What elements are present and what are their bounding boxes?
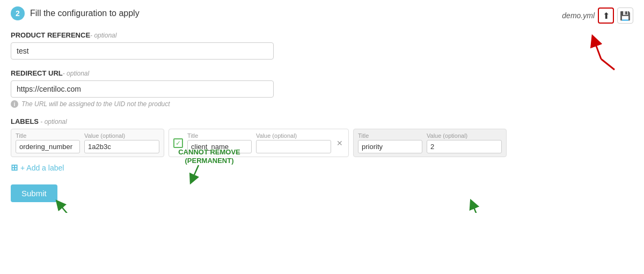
label-card-3-value-field: Value (optional) — [427, 132, 502, 153]
info-icon: i — [11, 100, 18, 108]
redirect-url-note: i The URL will be assigned to the UID no… — [11, 100, 633, 108]
label-card-2-delete[interactable]: ✕ — [335, 138, 344, 149]
filename-label: demo.yml — [562, 11, 595, 20]
product-reference-label: PRODUCT REFERENCE- optional — [11, 31, 633, 39]
svg-line-6 — [472, 204, 483, 213]
label-card-2-value-input[interactable] — [256, 140, 331, 153]
page-wrapper: 2 Fill the configuration to apply demo.y… — [0, 0, 644, 213]
redirect-url-input[interactable] — [11, 80, 274, 98]
label-card-3-title-header: Title — [358, 132, 422, 139]
redirect-url-label: REDIRECT URL- optional — [11, 69, 633, 77]
upload-icon: ⬆ — [603, 11, 610, 21]
product-reference-input[interactable] — [11, 42, 274, 60]
submit-button[interactable]: Submit — [11, 184, 57, 202]
label-card-2-value-header: Value (optional) — [256, 132, 331, 139]
label-card-1-title-field: Title — [16, 132, 80, 153]
label-card-3-value-input[interactable] — [427, 140, 502, 153]
label-card-2-title-header: Title — [187, 132, 252, 139]
step-badge: 2 — [11, 6, 25, 20]
labels-section: LABELS - optional Title Value (optional)… — [11, 117, 633, 173]
label-card-2-title-input[interactable] — [187, 140, 252, 153]
top-right-actions: demo.yml ⬆ 💾 — [562, 8, 633, 24]
label-card-1-value-field: Value (optional) — [84, 132, 159, 153]
label-card-1-value-input[interactable] — [84, 140, 159, 153]
redirect-url-section: REDIRECT URL- optional i The URL will be… — [11, 69, 633, 108]
upload-button[interactable]: ⬆ — [598, 8, 614, 24]
add-label-plus-icon: ⊞ — [11, 162, 18, 173]
label-card-3: Title Value (optional) — [353, 129, 507, 157]
label-card-1-title-input[interactable] — [16, 140, 80, 153]
label-card-3-title-input[interactable] — [358, 140, 422, 153]
svg-line-8 — [601, 59, 614, 70]
label-card-1-title-header: Title — [16, 132, 80, 139]
svg-line-4 — [59, 204, 82, 213]
step-header: 2 Fill the configuration to apply — [11, 6, 633, 20]
label-card-1: Title Value (optional) — [11, 129, 164, 157]
label-card-2-value-field: Value (optional) — [256, 132, 331, 153]
save-button[interactable]: 💾 — [617, 8, 633, 24]
label-card-1-value-header: Value (optional) — [84, 132, 159, 139]
step-title: Fill the configuration to apply — [30, 9, 140, 18]
label-card-2-checkbox[interactable] — [173, 138, 183, 148]
save-icon: 💾 — [620, 11, 631, 21]
label-card-3-value-header: Value (optional) — [427, 132, 502, 139]
label-card-2-title-field: Title — [187, 132, 252, 153]
label-card-3-title-field: Title — [358, 132, 422, 153]
add-label-text: + Add a label — [20, 164, 64, 172]
label-cards-row: Title Value (optional) Title Value (opti… — [11, 129, 633, 157]
label-card-2: Title Value (optional) ✕ — [169, 129, 349, 157]
add-label-button[interactable]: ⊞ + Add a label — [11, 162, 64, 173]
labels-label: LABELS - optional — [11, 117, 633, 125]
product-reference-section: PRODUCT REFERENCE- optional — [11, 31, 633, 60]
